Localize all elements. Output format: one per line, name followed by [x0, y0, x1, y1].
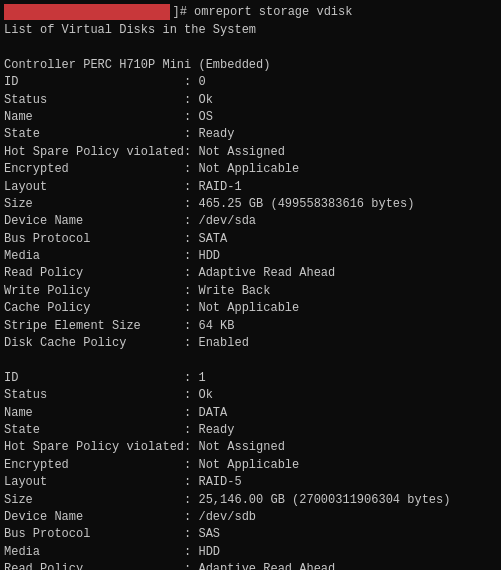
blank-line-1	[4, 39, 497, 56]
disk-property-line: State : Ready	[4, 126, 497, 143]
disk-property-line: Name : DATA	[4, 405, 497, 422]
disk-property-line: Name : OS	[4, 109, 497, 126]
disk-property-line: Encrypted : Not Applicable	[4, 457, 497, 474]
disk-property-line: Bus Protocol : SAS	[4, 526, 497, 543]
blank-line-2	[4, 352, 497, 369]
disk-property-line: Size : 25,146.00 GB (27000311906304 byte…	[4, 492, 497, 509]
disk-property-line: ID : 1	[4, 370, 497, 387]
disk2-section: ID : 1Status : OkName : DATAState : Read…	[4, 370, 497, 570]
disk-property-line: Status : Ok	[4, 387, 497, 404]
disk-property-line: Status : Ok	[4, 92, 497, 109]
disk-property-line: ID : 0	[4, 74, 497, 91]
prompt-line: ]# omreport storage vdisk	[4, 4, 497, 20]
disk-property-line: Disk Cache Policy : Enabled	[4, 335, 497, 352]
disk-property-line: Read Policy : Adaptive Read Ahead	[4, 561, 497, 570]
disk-property-line: Layout : RAID-5	[4, 474, 497, 491]
disk-property-line: Read Policy : Adaptive Read Ahead	[4, 265, 497, 282]
terminal-window: ]# omreport storage vdisk List of Virtua…	[0, 0, 501, 570]
disk-property-line: Hot Spare Policy violated: Not Assigned	[4, 439, 497, 456]
prompt-command: ]# omreport storage vdisk	[172, 5, 352, 19]
disk-property-line: Size : 465.25 GB (499558383616 bytes)	[4, 196, 497, 213]
disk-property-line: Write Policy : Write Back	[4, 283, 497, 300]
controller-header: Controller PERC H710P Mini (Embedded)	[4, 57, 497, 74]
disk-property-line: Device Name : /dev/sda	[4, 213, 497, 230]
disk1-section: ID : 0Status : OkName : OSState : ReadyH…	[4, 74, 497, 352]
disk-property-line: Bus Protocol : SATA	[4, 231, 497, 248]
disk-property-line: Cache Policy : Not Applicable	[4, 300, 497, 317]
disk-property-line: State : Ready	[4, 422, 497, 439]
disk-property-line: Encrypted : Not Applicable	[4, 161, 497, 178]
disk-property-line: Hot Spare Policy violated: Not Assigned	[4, 144, 497, 161]
title-line: List of Virtual Disks in the System	[4, 22, 497, 39]
prompt-user-host	[4, 4, 170, 20]
disk-property-line: Media : HDD	[4, 248, 497, 265]
disk-property-line: Stripe Element Size : 64 KB	[4, 318, 497, 335]
disk-property-line: Media : HDD	[4, 544, 497, 561]
disk-property-line: Layout : RAID-1	[4, 179, 497, 196]
disk-property-line: Device Name : /dev/sdb	[4, 509, 497, 526]
